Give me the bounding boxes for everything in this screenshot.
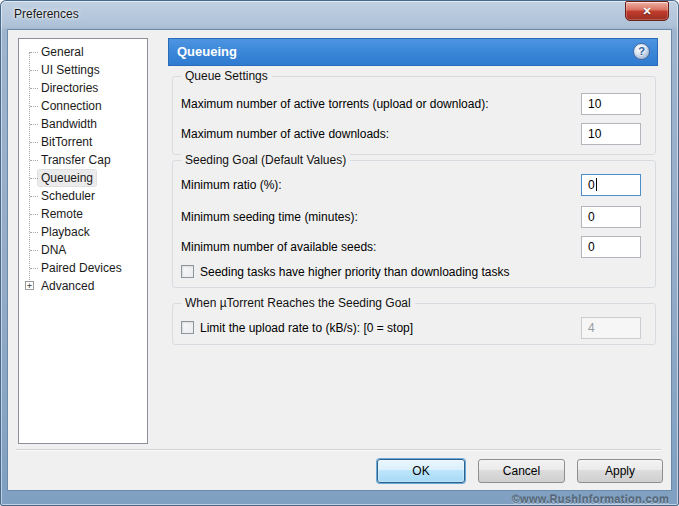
group-reach-seeding-goal: When µTorrent Reaches the Seeding Goal L… [172, 303, 656, 345]
sidebar-item-remote[interactable]: Remote [19, 205, 147, 223]
ok-button[interactable]: OK [377, 459, 465, 483]
text-caret [596, 178, 597, 191]
group-queue-settings: Queue Settings Maximum number of active … [172, 76, 656, 155]
section-header: Queueing ? [168, 38, 658, 66]
field-row: Minimum ratio (%): 0 [173, 174, 655, 196]
section-title: Queueing [177, 44, 237, 59]
window-title: Preferences [14, 0, 79, 28]
seeding-priority-checkbox[interactable] [181, 265, 194, 278]
seeding-priority-row: Seeding tasks have higher priority than … [181, 264, 510, 280]
field-row: Maximum number of active torrents (uploa… [173, 93, 655, 115]
max-active-downloads-input[interactable]: 10 [581, 123, 641, 145]
field-row: Minimum number of available seeds: 0 [173, 236, 655, 258]
dialog-body: General UI Settings Directories Connecti… [8, 30, 671, 490]
checkbox-label: Limit the upload rate to (kB/s): [0 = st… [200, 321, 413, 335]
expand-plus-icon[interactable]: + [25, 281, 34, 290]
help-icon[interactable]: ? [633, 43, 650, 60]
sidebar-item-transfer-cap[interactable]: Transfer Cap [19, 151, 147, 169]
group-seeding-goal: Seeding Goal (Default Values) Minimum ra… [172, 160, 656, 288]
checkbox-label: Seeding tasks have higher priority than … [200, 265, 510, 279]
field-row: Minimum seeding time (minutes): 0 [173, 206, 655, 228]
cancel-button[interactable]: Cancel [478, 459, 565, 483]
close-icon: ✕ [642, 5, 651, 17]
sidebar-item-general[interactable]: General [19, 43, 147, 61]
min-seeding-time-input[interactable]: 0 [581, 206, 641, 228]
category-tree: General UI Settings Directories Connecti… [18, 38, 148, 444]
sidebar-item-ui-settings[interactable]: UI Settings [19, 61, 147, 79]
close-button[interactable]: ✕ [625, 1, 669, 21]
max-active-torrents-input[interactable]: 10 [581, 93, 641, 115]
limit-upload-rate-row: Limit the upload rate to (kB/s): [0 = st… [181, 320, 413, 336]
watermark: ©www.RushInformation.com [512, 493, 669, 505]
upload-rate-limit-input: 4 [581, 317, 641, 339]
min-available-seeds-input[interactable]: 0 [581, 236, 641, 258]
sidebar-item-advanced[interactable]: + Advanced [19, 277, 147, 295]
min-ratio-input[interactable]: 0 [581, 174, 641, 196]
group-title: Seeding Goal (Default Values) [181, 153, 350, 168]
footer-divider [16, 449, 661, 451]
preferences-dialog: Preferences ✕ General UI Settings Direct… [0, 0, 679, 506]
group-title: When µTorrent Reaches the Seeding Goal [181, 296, 415, 311]
limit-upload-rate-checkbox[interactable] [181, 321, 194, 334]
sidebar-item-paired-devices[interactable]: Paired Devices [19, 259, 147, 277]
sidebar-item-queueing[interactable]: Queueing [19, 169, 147, 187]
field-row: Maximum number of active downloads: 10 [173, 123, 655, 145]
sidebar-item-playback[interactable]: Playback [19, 223, 147, 241]
titlebar[interactable]: Preferences ✕ [0, 0, 679, 30]
sidebar-item-scheduler[interactable]: Scheduler [19, 187, 147, 205]
apply-button[interactable]: Apply [577, 459, 663, 483]
sidebar-item-bandwidth[interactable]: Bandwidth [19, 115, 147, 133]
sidebar-item-connection[interactable]: Connection [19, 97, 147, 115]
sidebar-item-directories[interactable]: Directories [19, 79, 147, 97]
sidebar-item-bittorrent[interactable]: BitTorrent [19, 133, 147, 151]
sidebar-item-dna[interactable]: DNA [19, 241, 147, 259]
group-title: Queue Settings [181, 69, 272, 84]
